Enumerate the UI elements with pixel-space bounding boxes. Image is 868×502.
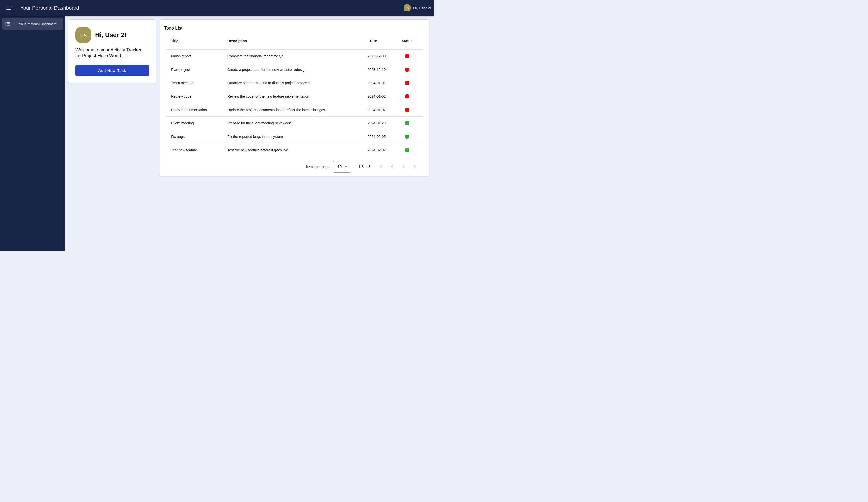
todo-title-cell: Test new feature	[165, 148, 227, 152]
welcome-heading: Hi, User 2!	[95, 31, 127, 39]
todo-description-cell: Update the project documentation to refl…	[227, 108, 350, 112]
welcome-header: us Hi, User 2!	[75, 27, 149, 43]
page-size-value: 10	[338, 165, 342, 169]
todo-description-cell: Test the new feature before it goes live	[227, 148, 350, 152]
list-icon	[5, 21, 10, 26]
table-row: Plan project Create a project plan for t…	[165, 63, 424, 76]
todo-description-cell: Create a project plan for the new websit…	[227, 67, 350, 72]
top-navbar: Your Personal Dashboard us Hi, User 2!	[0, 0, 434, 16]
table-row: Client meeting Prepare for the client me…	[165, 117, 424, 130]
todo-description-cell: Organize a team meeting to discuss proje…	[227, 81, 350, 85]
status-indicator	[405, 135, 409, 139]
status-indicator	[405, 108, 409, 112]
column-header-title: Title	[165, 39, 227, 43]
todo-table-header: Title Description Due Status	[165, 33, 424, 50]
navbar-avatar[interactable]: us	[404, 4, 411, 11]
todo-description-cell: Complete the financial report for Q4	[227, 54, 350, 58]
welcome-message: Welcome to your Activity Tracker for Pro…	[75, 47, 149, 59]
table-row: Finish report Complete the financial rep…	[165, 50, 424, 63]
table-row: Fix bugs Fix the reported bugs in the sy…	[165, 130, 424, 144]
todo-title-cell: Fix bugs	[165, 135, 227, 139]
column-header-status: Status	[391, 39, 424, 43]
todo-due-cell: 2024-01-29	[350, 121, 391, 125]
menu-hamburger-icon[interactable]	[6, 3, 15, 12]
todo-title-cell: Plan project	[165, 67, 227, 72]
status-indicator	[405, 67, 409, 72]
items-per-page-label: Items per page:	[306, 165, 330, 169]
welcome-message-line2: for Project Hello World.	[75, 53, 149, 59]
table-row: Team meeting Organize a team meeting to …	[165, 76, 424, 90]
todo-due-cell: 2024-01-02	[350, 94, 391, 98]
page-size-select[interactable]: 10	[333, 161, 351, 172]
todo-table: Title Description Due Status Finish repo…	[165, 33, 424, 157]
todo-due-cell: 2024-01-01	[350, 81, 391, 85]
todo-due-cell: 2023-12-30	[350, 54, 391, 58]
status-indicator	[405, 121, 409, 125]
main-content: us Hi, User 2! Welcome to your Activity …	[64, 16, 434, 251]
column-header-description: Description	[227, 39, 350, 43]
next-page-icon[interactable]	[398, 163, 409, 170]
status-indicator	[405, 148, 409, 152]
welcome-card: us Hi, User 2! Welcome to your Activity …	[68, 20, 156, 83]
status-indicator	[405, 94, 409, 98]
welcome-message-line1: Welcome to your Activity Tracker	[75, 47, 149, 53]
table-row: Review code Review the code for the new …	[165, 90, 424, 103]
status-indicator	[405, 81, 409, 85]
todo-due-cell: 2024-02-05	[350, 135, 391, 139]
todo-title-cell: Update documentation	[165, 108, 227, 112]
todo-list-card: Todo List Title Description Due Status F…	[159, 20, 430, 176]
sidebar: Your Personal Dashboard	[0, 16, 64, 251]
todo-due-cell: 2023-12-19	[350, 67, 391, 72]
user-avatar: us	[75, 27, 91, 43]
paginator: Items per page: 10 1-8 of 8	[160, 157, 429, 176]
status-indicator	[405, 54, 409, 58]
todo-description-cell: Prepare for the client meeting next week	[227, 121, 350, 125]
todo-due-cell: 2024-01-07	[350, 108, 391, 112]
paginator-nav	[375, 163, 421, 170]
add-new-task-button[interactable]: Add New Task	[75, 64, 149, 76]
table-row: Test new feature Test the new feature be…	[165, 144, 424, 157]
todo-title-cell: Team meeting	[165, 81, 227, 85]
table-row: Update documentation Update the project …	[165, 103, 424, 117]
todo-list-title: Todo List	[164, 23, 429, 33]
todo-title-cell: Client meeting	[165, 121, 227, 125]
sidebar-item-label: Your Personal Dashboard	[19, 22, 56, 26]
todo-title-cell: Review code	[165, 94, 227, 98]
navbar-greeting: Hi, User 2!	[413, 6, 431, 10]
previous-page-icon[interactable]	[386, 163, 398, 170]
first-page-icon[interactable]	[375, 163, 386, 170]
todo-description-cell: Review the code for the new feature impl…	[227, 94, 350, 98]
app-title: Your Personal Dashboard	[20, 5, 79, 11]
chevron-down-icon	[345, 166, 347, 167]
todo-title-cell: Finish report	[165, 54, 227, 58]
todo-description-cell: Fix the reported bugs in the system	[227, 135, 350, 139]
sidebar-item-dashboard[interactable]: Your Personal Dashboard	[2, 18, 63, 30]
todo-due-cell: 2024-02-07	[350, 148, 391, 152]
column-header-due: Due	[350, 39, 391, 43]
last-page-icon[interactable]	[409, 163, 421, 170]
paginator-range-label: 1-8 of 8	[359, 165, 370, 169]
